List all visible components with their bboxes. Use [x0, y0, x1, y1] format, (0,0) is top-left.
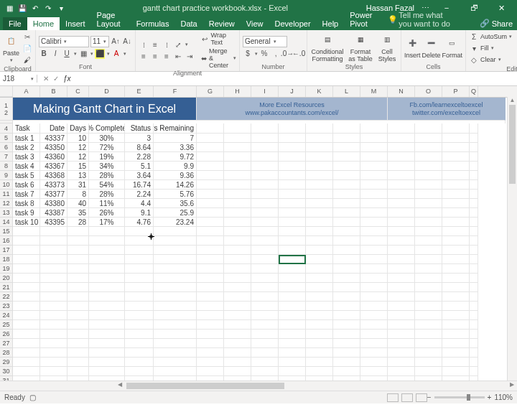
cell[interactable] [360, 227, 388, 236]
cell[interactable] [306, 152, 333, 162]
share-button[interactable]: Share [492, 19, 513, 28]
cell[interactable] [224, 264, 251, 274]
cell[interactable] [442, 311, 470, 320]
cell[interactable] [89, 311, 125, 320]
cell[interactable] [333, 348, 360, 358]
cell[interactable] [470, 190, 478, 199]
cell[interactable] [415, 162, 442, 171]
cell[interactable]: 35.6 [154, 199, 197, 208]
cell[interactable]: task 8 [13, 199, 40, 208]
cell[interactable] [470, 134, 478, 143]
font-size-select[interactable]: 11 [90, 36, 109, 47]
cell[interactable] [415, 208, 442, 218]
cell[interactable] [251, 246, 279, 255]
cell[interactable] [224, 358, 251, 367]
tab-file[interactable]: File [3, 17, 27, 30]
cell[interactable]: 17% [89, 218, 125, 227]
cell[interactable]: 34% [89, 162, 125, 171]
worksheet-grid[interactable]: A B C D E F G H I J K L M N O P Q 12 Mak… [0, 86, 517, 403]
cell[interactable] [306, 339, 333, 348]
cell[interactable] [197, 255, 224, 264]
cell[interactable] [67, 255, 89, 264]
cell[interactable] [415, 274, 442, 283]
cell[interactable] [197, 274, 224, 283]
macro-record-icon[interactable]: ▢ [29, 393, 36, 401]
tab-formulas[interactable]: Formulas [131, 17, 175, 30]
cell[interactable] [388, 339, 415, 348]
col-header[interactable]: M [360, 86, 388, 97]
wrap-text-button[interactable]: ↩ Wrap Text [200, 32, 236, 46]
format-as-table-button[interactable]: ▦ Format as Table [346, 32, 375, 62]
cell[interactable] [415, 246, 442, 255]
col-header[interactable]: G [197, 86, 224, 97]
header-days[interactable]: Days [67, 123, 89, 134]
qat-more-icon[interactable]: ▾ [56, 3, 66, 13]
cell[interactable] [388, 292, 415, 302]
cell[interactable] [67, 264, 89, 274]
cell[interactable]: 30% [89, 134, 125, 143]
cell[interactable] [197, 134, 224, 143]
col-header[interactable]: O [415, 86, 442, 97]
decrease-indent-icon[interactable]: ⇤ [173, 51, 183, 61]
cell[interactable] [224, 348, 251, 358]
cell[interactable] [197, 218, 224, 227]
cell[interactable] [67, 311, 89, 320]
accounting-format-icon[interactable]: $ [243, 49, 253, 59]
cell[interactable]: 4.4 [125, 199, 154, 208]
cell[interactable] [470, 246, 478, 255]
cell[interactable] [279, 255, 306, 264]
cell[interactable] [279, 330, 306, 339]
cell[interactable] [470, 367, 478, 376]
cell[interactable] [388, 255, 415, 264]
cell[interactable] [125, 227, 154, 236]
cell[interactable]: 28 [67, 218, 89, 227]
tab-review[interactable]: Review [203, 17, 241, 30]
cell[interactable] [154, 330, 197, 339]
row-header[interactable]: 8 [0, 162, 13, 171]
cell[interactable] [251, 292, 279, 302]
cell[interactable] [388, 311, 415, 320]
cell[interactable] [470, 143, 478, 152]
cell[interactable] [67, 246, 89, 255]
cell[interactable] [89, 348, 125, 358]
cell[interactable] [125, 236, 154, 246]
cell[interactable] [360, 283, 388, 292]
cell[interactable] [360, 171, 388, 180]
cell[interactable] [279, 171, 306, 180]
cell[interactable] [279, 348, 306, 358]
cell[interactable] [224, 320, 251, 330]
cell[interactable] [154, 339, 197, 348]
cell[interactable] [333, 162, 360, 171]
cell[interactable]: task 7 [13, 190, 40, 199]
cell[interactable] [388, 320, 415, 330]
cell[interactable] [279, 264, 306, 274]
cut-icon[interactable]: ✂ [22, 32, 32, 42]
tab-help[interactable]: Help [317, 17, 345, 30]
cell[interactable] [89, 367, 125, 376]
cell[interactable]: 16.74 [125, 180, 154, 190]
cell[interactable] [197, 171, 224, 180]
cell[interactable] [360, 236, 388, 246]
row-header[interactable]: 9 [0, 171, 13, 180]
cell[interactable] [224, 218, 251, 227]
cell[interactable] [154, 264, 197, 274]
cell[interactable] [388, 180, 415, 190]
cell[interactable]: 40 [67, 199, 89, 208]
cell[interactable] [333, 208, 360, 218]
cell[interactable] [154, 283, 197, 292]
cell[interactable] [415, 339, 442, 348]
cell[interactable] [251, 162, 279, 171]
cell[interactable] [125, 320, 154, 330]
cell[interactable] [388, 274, 415, 283]
fill-button[interactable]: ▾Fill▾ [469, 43, 512, 53]
cell[interactable] [442, 274, 470, 283]
cell[interactable] [67, 227, 89, 236]
cell[interactable] [306, 255, 333, 264]
cell[interactable] [197, 227, 224, 236]
clear-button[interactable]: ◇Clear▾ [469, 55, 512, 65]
header-percent[interactable]: % Complete [89, 123, 125, 134]
cell[interactable] [197, 152, 224, 162]
tab-home[interactable]: Home [27, 17, 60, 30]
cell[interactable] [442, 143, 470, 152]
row-header[interactable]: 27 [0, 339, 13, 348]
